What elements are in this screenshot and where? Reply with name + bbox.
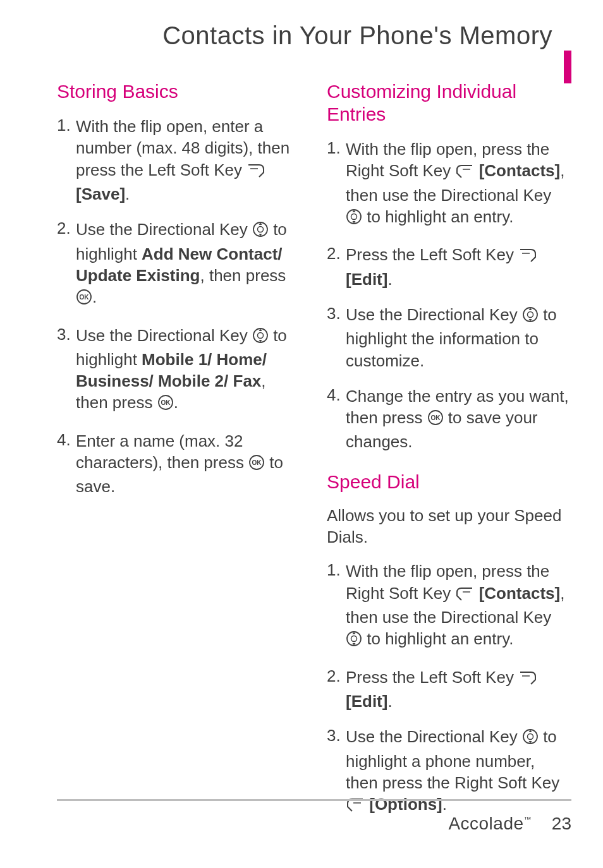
list-item: 1.With the flip open, press the Right So… [327,138,571,230]
brand-text: Accolade [448,814,523,833]
storing-basics-steps: 1.With the flip open, enter a number (ma… [57,116,302,498]
right-soft-key-icon [455,585,474,606]
ok-icon: OK [248,454,265,476]
brand-name: Accolade™ [448,814,532,833]
step-number: 1. [327,560,346,652]
section-heading-customizing: Customizing Individual Entries [327,80,571,126]
dpad-icon [522,306,539,328]
speed-dial-intro: Allows you to set up your Speed Dials. [327,505,571,548]
bold-label: Add New Contact/ Update Existing [76,244,283,285]
step-text: Use the Directional Key to highlight the… [346,304,571,371]
left-column: Storing Basics 1.With the flip open, ent… [57,80,302,832]
brand-tm: ™ [524,815,532,824]
list-item: 2.Press the Left Soft Key [Edit]. [327,244,571,290]
step-number: 2. [57,219,76,310]
footer-row: Accolade™ 23 [57,814,571,834]
list-item: 4.Enter a name (max. 32 characters), the… [57,430,302,498]
list-item: 2.Use the Directional Key to highlight A… [57,219,302,310]
step-text: With the flip open, press the Right Soft… [346,560,571,652]
columns: Storing Basics 1.With the flip open, ent… [57,80,571,832]
step-number: 2. [327,244,346,290]
bold-label: [Edit] [346,270,387,289]
step-text: Use the Directional Key to highlight Add… [76,219,302,310]
dpad-icon [346,630,362,652]
step-number: 1. [57,116,76,205]
dpad-icon [252,327,269,349]
right-soft-key-icon [455,162,474,184]
svg-point-22 [527,311,533,317]
svg-point-8 [257,332,263,338]
bold-label: [Contacts] [479,584,561,603]
list-item: 1.With the flip open, enter a number (ma… [57,116,302,205]
step-text: Enter a name (max. 32 characters), then … [76,430,302,498]
bold-label: [Contacts] [479,161,561,180]
page-title: Contacts in Your Phone's Memory [57,21,552,50]
dpad-icon [252,221,269,243]
dpad-icon [522,728,539,750]
accent-bar [564,51,571,83]
step-text: With the flip open, press the Right Soft… [346,138,571,230]
section-heading-speed-dial: Speed Dial [327,471,571,493]
ok-icon: OK [157,394,174,416]
svg-point-17 [351,214,357,219]
svg-text:OK: OK [161,399,171,406]
bold-label: [Edit] [346,692,387,711]
page-footer: Accolade™ 23 [57,799,571,834]
bold-label: Mobile 1/ Home/ Business/ Mobile 2/ Fax [76,350,267,390]
list-item: 4.Change the entry as you want, then pre… [327,385,571,453]
left-soft-key-icon [518,246,537,268]
svg-point-2 [257,227,263,232]
svg-point-34 [527,734,533,740]
step-text: Press the Left Soft Key [Edit]. [346,666,571,713]
list-item: 3.Use the Directional Key to highlight t… [327,304,571,371]
step-number: 4. [327,385,346,453]
ok-icon: OK [427,409,444,431]
speed-dial-steps: 1.With the flip open, press the Right So… [327,560,571,817]
left-soft-key-icon [518,669,537,690]
footer-rule [57,799,571,801]
section-heading-storing-basics: Storing Basics [57,80,302,103]
step-number: 3. [57,325,76,416]
list-item: 1.With the flip open, press the Right So… [327,560,571,652]
left-soft-key-icon [247,162,265,183]
step-number: 2. [327,666,346,713]
step-number: 3. [327,304,346,371]
step-text: Press the Left Soft Key [Edit]. [346,244,571,290]
ok-icon: OK [76,289,92,310]
step-text: Use the Directional Key to highlight Mob… [76,325,302,416]
list-item: 3.Use the Directional Key to highlight M… [57,325,302,416]
step-number: 4. [57,430,76,498]
dpad-icon [346,208,362,230]
bold-label: [Save] [76,184,125,203]
right-column: Customizing Individual Entries 1.With th… [327,80,571,832]
svg-point-29 [351,636,357,642]
svg-text:OK: OK [430,414,441,421]
step-number: 1. [327,138,346,230]
svg-text:OK: OK [252,459,262,466]
manual-page: Contacts in Your Phone's Memory Storing … [0,0,603,868]
step-text: With the flip open, enter a number (max.… [76,116,302,205]
page-number: 23 [552,814,571,833]
svg-text:OK: OK [80,294,90,301]
list-item: 2.Press the Left Soft Key [Edit]. [327,666,571,713]
customizing-steps: 1.With the flip open, press the Right So… [327,138,571,453]
step-text: Change the entry as you want, then press… [346,385,571,453]
title-row: Contacts in Your Phone's Memory [57,21,571,50]
